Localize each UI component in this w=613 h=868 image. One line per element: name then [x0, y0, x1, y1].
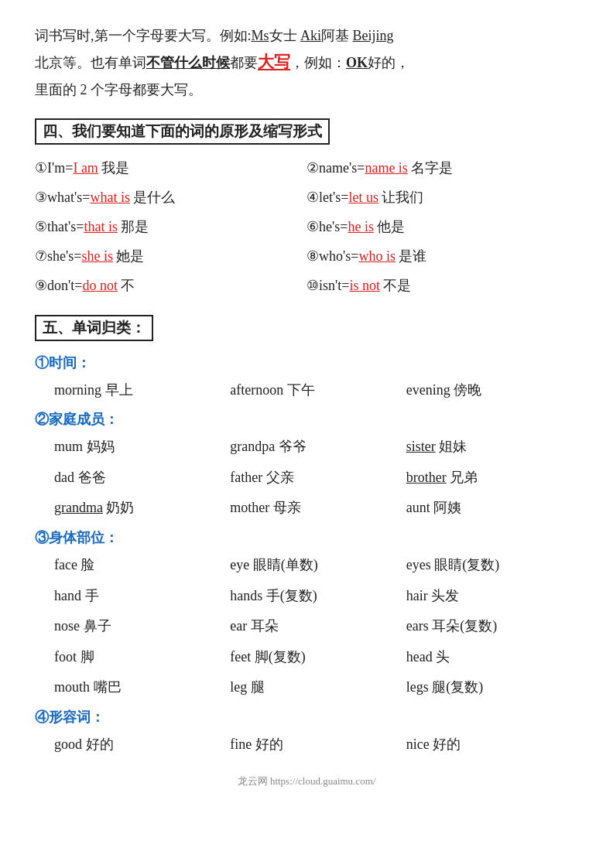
vocab-row: good 好的 fine 好的 nice 好的: [35, 730, 578, 760]
contraction-6: ⑥he's=he is 他是: [306, 213, 578, 241]
category-time-label: ①时间：: [35, 354, 578, 372]
vocab-cell: nice 好的: [402, 730, 578, 760]
contraction-4: ④let's=let us 让我们: [306, 183, 578, 211]
vocab-cell: mouth 嘴巴: [50, 672, 226, 703]
vocab-section: ①时间： morning 早上 afternoon 下午 evening 傍晚 …: [35, 354, 578, 760]
vocab-row: nose 鼻子 ear 耳朵 ears 耳朵(复数): [35, 611, 578, 642]
intro-line3: 里面的 2 个字母都要大写。: [35, 82, 202, 97]
section4-header-text: 四、我们要知道下面的词的原形及缩写形式: [35, 118, 330, 145]
vocab-cell: nose 鼻子: [50, 611, 226, 642]
category-body-label: ③身体部位：: [35, 528, 578, 547]
footer-text: 龙云网 https://cloud.guaimu.com/: [238, 775, 376, 787]
vocab-row: face 脸 eye 眼睛(单数) eyes 眼睛(复数): [35, 550, 578, 581]
vocab-cell: head 头: [402, 642, 578, 673]
vocab-row: mum 妈妈 grandpa 爷爷 sister 姐妹: [35, 432, 578, 463]
vocab-cell: eyes 眼睛(复数): [402, 550, 578, 581]
vocab-cell: hand 手: [50, 581, 226, 612]
contraction-2: ②name's=name is 名字是: [306, 154, 578, 182]
vocab-cell: face 脸: [50, 550, 226, 581]
vocab-cell: leg 腿: [226, 672, 402, 703]
contraction-7: ⑦she's=she is 她是: [35, 242, 306, 270]
vocab-row: mouth 嘴巴 leg 腿 legs 腿(复数): [35, 672, 578, 703]
vocab-cell: ear 耳朵: [226, 611, 402, 642]
vocab-cell: good 好的: [50, 730, 226, 760]
vocab-cell: mother 母亲: [226, 493, 402, 524]
intro-paragraph: 词书写时,第一个字母要大写。例如:Ms女士 Aki阿基 Beijing 北京等。…: [35, 23, 578, 103]
vocab-cell: hands 手(复数): [226, 581, 402, 612]
vocab-cell: afternoon 下午: [226, 375, 402, 406]
contraction-9: ⑨don't=do not 不: [35, 272, 306, 299]
section5-header: 五、单词归类：: [35, 307, 578, 347]
vocab-cell: aunt 阿姨: [402, 493, 578, 524]
vocab-row: foot 脚 feet 脚(复数) head 头: [35, 642, 578, 673]
vocab-cell: hair 头发: [402, 581, 578, 612]
aki-label: Aki: [300, 28, 321, 43]
intro-line2-pre: 北京等。也有单词: [35, 55, 146, 70]
vocab-cell: father 父亲: [226, 463, 402, 494]
vocab-cell: morning 早上: [50, 375, 226, 406]
vocab-cell: grandma 奶奶: [50, 493, 226, 524]
contraction-8: ⑧who's=who is 是谁: [306, 242, 578, 270]
vocab-row: dad 爸爸 father 父亲 brother 兄弟: [35, 463, 578, 494]
contraction-3: ③what's=what is 是什么: [35, 183, 306, 211]
contraction-10: ⑩isn't=is not 不是: [306, 272, 578, 299]
intro-line1-pre: 词书写时,第一个字母要大写。例如:: [35, 28, 252, 43]
vocab-row: grandma 奶奶 mother 母亲 aunt 阿姨: [35, 493, 578, 524]
big-label: 大写: [258, 53, 290, 71]
vocab-cell: grandpa 爷爷: [226, 432, 402, 463]
vocab-row: morning 早上 afternoon 下午 evening 傍晚: [35, 375, 578, 406]
vocab-cell: brother 兄弟: [402, 463, 578, 494]
vocab-cell: eye 眼睛(单数): [226, 550, 402, 581]
vocab-cell: mum 妈妈: [50, 432, 226, 463]
category-adj-label: ④形容词：: [35, 708, 578, 726]
vocab-row: hand 手 hands 手(复数) hair 头发: [35, 581, 578, 612]
intro-always-post: 都要: [230, 55, 258, 70]
section4-header: 四、我们要知道下面的词的原形及缩写形式: [35, 111, 578, 151]
vocab-cell: sister 姐妹: [402, 432, 578, 463]
ok-label: OK: [346, 55, 368, 70]
contractions-grid: ①I'm=I am 我是 ②name's=name is 名字是 ③what's…: [35, 154, 578, 299]
aki-cn: 阿基: [321, 28, 349, 43]
vocab-cell: foot 脚: [50, 642, 226, 673]
ok-cn: 好的，: [368, 55, 409, 70]
category-family-label: ②家庭成员：: [35, 410, 578, 429]
ms-cn: 女士: [269, 28, 297, 43]
intro-line2-mid: ，例如：: [290, 55, 346, 70]
vocab-cell: fine 好的: [226, 730, 402, 760]
vocab-cell: evening 傍晚: [402, 375, 578, 406]
contraction-5: ⑤that's=that is 那是: [35, 213, 306, 241]
section5-header-text: 五、单词归类：: [35, 315, 153, 341]
footer: 龙云网 https://cloud.guaimu.com/: [35, 774, 578, 788]
vocab-cell: legs 腿(复数): [402, 672, 578, 703]
ms-label: Ms: [252, 28, 269, 43]
vocab-cell: feet 脚(复数): [226, 642, 402, 673]
beijing-label: Beijing: [353, 28, 394, 43]
always-label: 不管什么时候: [146, 55, 230, 70]
vocab-cell: ears 耳朵(复数): [402, 611, 578, 642]
contraction-1: ①I'm=I am 我是: [35, 154, 306, 182]
vocab-cell: dad 爸爸: [50, 463, 226, 494]
